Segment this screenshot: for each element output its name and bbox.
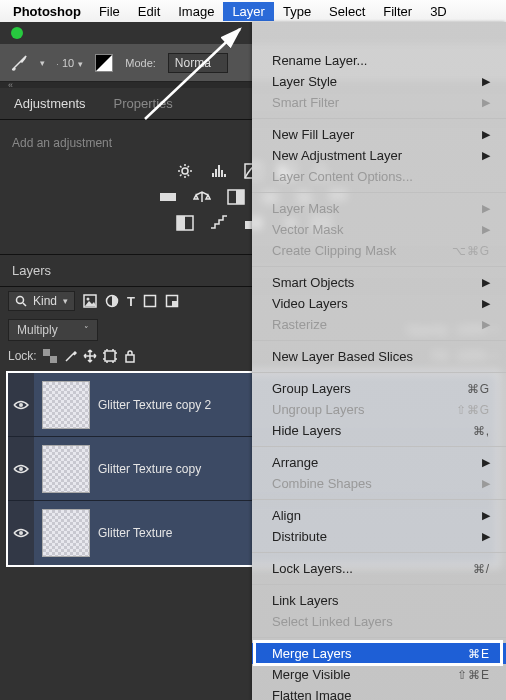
svg-rect-28: [50, 356, 57, 363]
hue-icon[interactable]: [158, 188, 178, 206]
invert-icon[interactable]: [175, 214, 195, 232]
bw-icon[interactable]: [226, 188, 246, 206]
lock-transparent-icon[interactable]: [43, 349, 57, 363]
menu-item[interactable]: Layer Style▶: [252, 71, 506, 92]
svg-point-33: [19, 531, 23, 535]
filter-shape-icon[interactable]: [143, 294, 157, 308]
posterize-icon[interactable]: [209, 214, 229, 232]
menu-item[interactable]: New Layer Based Slices: [252, 346, 506, 367]
tab-properties[interactable]: Properties: [100, 88, 187, 119]
menu-item[interactable]: Arrange▶: [252, 452, 506, 473]
brush-size[interactable]: 10: [62, 57, 74, 69]
tool-chevron-icon[interactable]: ▾: [40, 58, 45, 68]
menu-item[interactable]: Smart Objects▶: [252, 272, 506, 293]
menu-item[interactable]: Link Layers: [252, 590, 506, 611]
os-menubar: Photoshop File Edit Image Layer Type Sel…: [0, 0, 506, 22]
layer-name[interactable]: Glitter Texture copy: [98, 462, 201, 476]
menu-item: Ungroup Layers⇧⌘G: [252, 399, 506, 420]
svg-rect-24: [144, 296, 155, 307]
menu-item[interactable]: Merge Visible⇧⌘E: [252, 664, 506, 685]
close-window-dot[interactable]: [11, 27, 23, 39]
menu-item[interactable]: New Fill Layer▶: [252, 124, 506, 145]
layer-thumbnail[interactable]: [42, 381, 90, 429]
layer-menu-dropdown: Rename Layer...Layer Style▶Smart Filter▶…: [252, 22, 506, 700]
svg-rect-30: [126, 355, 134, 362]
brush-tool-icon[interactable]: [10, 54, 28, 72]
blend-mode-select[interactable]: Multiply˅: [8, 319, 98, 341]
filter-image-icon[interactable]: [83, 294, 97, 308]
layer-name[interactable]: Glitter Texture copy 2: [98, 398, 211, 412]
menu-item[interactable]: Flatten Image: [252, 685, 506, 700]
svg-rect-29: [105, 351, 115, 361]
menu-filter[interactable]: Filter: [374, 2, 421, 21]
filter-type-icon[interactable]: T: [127, 294, 135, 309]
visibility-eye-icon[interactable]: [13, 527, 29, 539]
menu-item[interactable]: Lock Layers...⌘/: [252, 558, 506, 579]
menu-item[interactable]: New Adjustment Layer▶: [252, 145, 506, 166]
menu-file[interactable]: File: [90, 2, 129, 21]
menu-item: Rasterize▶: [252, 314, 506, 335]
brightness-icon[interactable]: [175, 162, 195, 180]
lock-all-icon[interactable]: [123, 349, 137, 363]
lock-brush-icon[interactable]: [63, 349, 77, 363]
svg-point-31: [19, 403, 23, 407]
menu-app[interactable]: Photoshop: [4, 2, 90, 21]
filter-adjustment-icon[interactable]: [105, 294, 119, 308]
layer-thumbnail[interactable]: [42, 445, 90, 493]
svg-point-22: [87, 298, 90, 301]
menu-item[interactable]: Hide Layers⌘,: [252, 420, 506, 441]
menu-3d[interactable]: 3D: [421, 2, 456, 21]
svg-point-32: [19, 467, 23, 471]
layer-name[interactable]: Glitter Texture: [98, 526, 172, 540]
svg-point-0: [182, 168, 188, 174]
visibility-eye-icon[interactable]: [13, 399, 29, 411]
levels-icon[interactable]: [209, 162, 229, 180]
color-balance-icon[interactable]: [192, 188, 212, 206]
svg-point-20: [17, 297, 24, 304]
menu-select[interactable]: Select: [320, 2, 374, 21]
menu-item: Create Clipping Mask⌥⌘G: [252, 240, 506, 261]
kind-select[interactable]: Kind▾: [8, 291, 75, 311]
menu-item[interactable]: Rename Layer...: [252, 50, 506, 71]
svg-rect-26: [172, 301, 177, 306]
menu-item[interactable]: Video Layers▶: [252, 293, 506, 314]
lock-label: Lock:: [8, 349, 37, 363]
svg-rect-3: [160, 193, 176, 201]
layer-thumbnail[interactable]: [42, 509, 90, 557]
menu-edit[interactable]: Edit: [129, 2, 169, 21]
menu-item: Vector Mask▶: [252, 219, 506, 240]
menu-item[interactable]: Group Layers⌘G: [252, 378, 506, 399]
menu-item: Smart Filter▶: [252, 92, 506, 113]
menu-item[interactable]: Align▶: [252, 505, 506, 526]
menu-layer[interactable]: Layer: [223, 2, 274, 21]
menu-item: Layer Content Options...: [252, 166, 506, 187]
search-icon: [15, 295, 27, 307]
tab-adjustments[interactable]: Adjustments: [0, 88, 100, 119]
mode-label: Mode:: [125, 57, 156, 69]
lock-move-icon[interactable]: [83, 349, 97, 363]
menu-item[interactable]: Distribute▶: [252, 526, 506, 547]
brush-swatch[interactable]: [95, 54, 113, 72]
svg-rect-16: [245, 221, 252, 229]
menu-image[interactable]: Image: [169, 2, 223, 21]
filter-smart-icon[interactable]: [165, 294, 179, 308]
menu-item: Combine Shapes▶: [252, 473, 506, 494]
svg-rect-27: [43, 349, 50, 356]
lock-artboard-icon[interactable]: [103, 349, 117, 363]
mode-select[interactable]: Norma: [168, 53, 228, 73]
visibility-eye-icon[interactable]: [13, 463, 29, 475]
menu-item: Layer Mask▶: [252, 198, 506, 219]
menu-type[interactable]: Type: [274, 2, 320, 21]
tutorial-highlight: [253, 640, 503, 666]
menu-item: Select Linked Layers: [252, 611, 506, 632]
